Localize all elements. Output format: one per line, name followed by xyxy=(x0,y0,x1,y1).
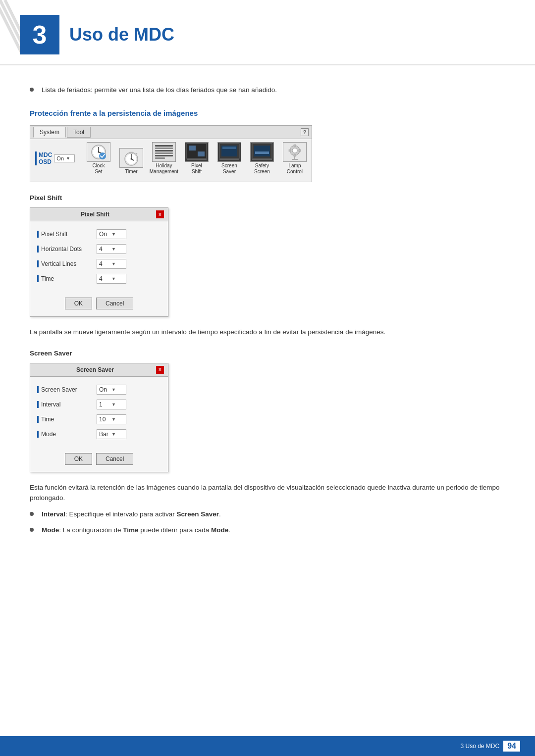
label-bar xyxy=(37,231,39,238)
toolbar-help-button[interactable]: ? xyxy=(301,128,309,136)
timer-icon xyxy=(119,148,143,168)
screen-saver-close-button[interactable]: × xyxy=(156,366,164,374)
screen-saver-label-0: Screen Saver xyxy=(37,386,97,393)
screen-saver-select-3[interactable]: Bar ▼ xyxy=(97,429,126,439)
svg-point-13 xyxy=(130,158,132,160)
toolbar-icon-lamp-control[interactable]: LampControl xyxy=(279,142,311,175)
screen-saver-description: Esta función evitará la retención de las… xyxy=(30,482,505,504)
select-arrow-icon: ▼ xyxy=(111,402,124,407)
section-heading: Protección frente a la persistencia de i… xyxy=(30,109,505,117)
toolbar-icon-clock-set[interactable]: ClockSet xyxy=(83,142,114,175)
mode-text2: puede diferir para cada xyxy=(139,526,211,534)
pixel-shift-label-3: Time xyxy=(37,275,97,282)
pixel-shift-row-1: Horizontal Dots 4 ▼ xyxy=(37,244,161,254)
screen-saver-row-3: Mode Bar ▼ xyxy=(37,429,161,439)
label-bar xyxy=(37,386,39,393)
tab-system[interactable]: System xyxy=(33,127,66,138)
pixel-shift-row-3: Time 4 ▼ xyxy=(37,274,161,284)
pixel-shift-footer: OK Cancel xyxy=(30,294,168,316)
pixel-shift-title: Pixel Shift xyxy=(34,211,156,218)
pixel-shift-close-button[interactable]: × xyxy=(156,210,164,218)
svg-rect-22 xyxy=(222,147,236,149)
screen-saver-select-1[interactable]: 1 ▼ xyxy=(97,400,126,409)
footer-text: 3 Uso de MDC xyxy=(461,743,500,750)
svg-line-15 xyxy=(136,153,137,154)
holiday-icon xyxy=(152,142,176,162)
diagonal-decoration xyxy=(0,0,20,59)
pixel-shift-icon xyxy=(185,142,209,162)
label-bar xyxy=(37,431,39,438)
svg-rect-17 xyxy=(189,146,196,151)
bullet-dot xyxy=(30,512,34,516)
pixel-shift-select-0[interactable]: On ▼ xyxy=(97,229,126,239)
toolbar-top: System Tool ? xyxy=(30,126,312,139)
pixel-shift-select-2[interactable]: 4 ▼ xyxy=(97,259,126,269)
pixel-shift-label-0: Pixel Shift xyxy=(37,231,97,238)
select-arrow-icon: ▼ xyxy=(111,232,124,237)
select-arrow-icon: ▼ xyxy=(111,387,124,392)
screen-saver-select-0[interactable]: On ▼ xyxy=(97,385,126,395)
screen-saver-cancel-button[interactable]: Cancel xyxy=(96,453,133,465)
lamp-control-icon xyxy=(283,142,307,162)
svg-rect-26 xyxy=(255,151,269,154)
screen-saver-footer: OK Cancel xyxy=(30,449,168,472)
bullet-intro-text: Lista de feriados: permite ver una lista… xyxy=(42,85,277,95)
mdc-osd-select[interactable]: On ▼ xyxy=(54,154,75,162)
chapter-number-box: 3 xyxy=(20,15,59,54)
svg-rect-18 xyxy=(198,151,205,156)
screen-saver-label-3: Mode xyxy=(37,431,97,438)
select-arrow-icon: ▼ xyxy=(111,247,124,252)
interval-text: : Especifique el intervalo para activar xyxy=(65,510,176,518)
screen-saver-bullet-0: Interval: Especifique el intervalo para … xyxy=(30,509,505,519)
bullet-item-intro: Lista de feriados: permite ver una lista… xyxy=(30,85,505,95)
clock-set-label: ClockSet xyxy=(92,163,105,175)
screen-saver-titlebar: Screen Saver × xyxy=(30,363,168,377)
screen-saver-select-2[interactable]: 10 ▼ xyxy=(97,414,126,424)
svg-point-29 xyxy=(292,148,297,153)
toolbar-panel: System Tool ? MDC OSD On ▼ xyxy=(30,125,312,182)
screen-saver-body: Screen Saver On ▼ Interval 1 ▼ xyxy=(30,377,168,449)
mode-bold2: Mode xyxy=(211,526,228,534)
select-arrow-icon: ▼ xyxy=(111,417,124,422)
lamp-control-label: LampControl xyxy=(287,163,303,175)
page-footer: 3 Uso de MDC 94 xyxy=(0,736,535,756)
toolbar-icon-safety-screen[interactable]: SafetyScreen xyxy=(246,142,278,175)
time-bold: Time xyxy=(123,526,138,534)
select-arrow-icon: ▼ xyxy=(111,261,124,266)
select-arrow-icon: ▼ xyxy=(111,432,124,437)
svg-rect-33 xyxy=(299,150,301,151)
dropdown-arrow-icon: ▼ xyxy=(66,156,70,161)
label-bar xyxy=(37,401,39,408)
pixel-shift-label-1: Horizontal Dots xyxy=(37,246,97,252)
toolbar-icon-screen-saver[interactable]: ScreenSaver xyxy=(214,142,245,175)
screen-saver-bullet-1: Mode: La configuración de Time puede dif… xyxy=(30,525,505,535)
screen-saver-title: Screen Saver xyxy=(34,366,156,373)
holiday-label: HolidayManagement xyxy=(150,163,178,175)
pixel-shift-select-1[interactable]: 4 ▼ xyxy=(97,244,126,254)
toolbar-icon-timer[interactable]: Timer xyxy=(115,148,147,175)
screen-saver-bullet-1-text: Mode: La configuración de Time puede dif… xyxy=(42,525,230,535)
toolbar-icon-pixel-shift[interactable]: PixelShift xyxy=(181,142,213,175)
safety-screen-label: SafetyScreen xyxy=(254,163,270,175)
screen-saver-icon xyxy=(217,142,241,162)
screen-saver-label-1: Interval xyxy=(37,401,97,408)
svg-line-2 xyxy=(5,0,20,59)
bullet-dot xyxy=(30,88,34,92)
timer-label: Timer xyxy=(125,169,137,175)
label-bar xyxy=(37,275,39,282)
screen-saver-heading: Screen Saver xyxy=(30,350,505,357)
tab-tool[interactable]: Tool xyxy=(67,127,91,138)
toolbar-icon-holiday[interactable]: HolidayManagement xyxy=(148,142,180,175)
mdc-osd-value: On xyxy=(56,155,64,161)
pixel-shift-ok-button[interactable]: OK xyxy=(65,298,92,309)
mdc-osd-control: MDC OSD On ▼ xyxy=(35,151,75,165)
screen-saver-label: ScreenSaver xyxy=(221,163,237,175)
screen-saver-bullet-0-text: Interval: Especifique el intervalo para … xyxy=(42,509,221,519)
svg-rect-31 xyxy=(294,154,296,156)
label-bar xyxy=(37,416,39,423)
pixel-shift-description: La pantalla se mueve ligeramente según u… xyxy=(30,327,505,338)
pixel-shift-cancel-button[interactable]: Cancel xyxy=(96,298,133,309)
screen-saver-ok-button[interactable]: OK xyxy=(65,453,92,465)
pixel-shift-select-3[interactable]: 4 ▼ xyxy=(97,274,126,284)
interval-period: . xyxy=(219,510,221,518)
